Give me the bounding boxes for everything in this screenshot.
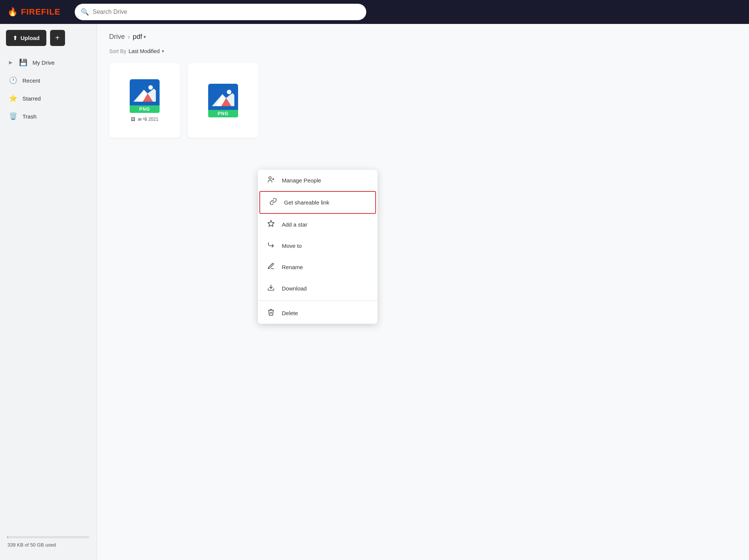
shareable-link-label: Get shareable link (284, 199, 329, 206)
delete-icon (267, 308, 275, 318)
starred-icon: ⭐ (9, 94, 17, 102)
svg-marker-13 (268, 221, 274, 227)
recent-label: Recent (22, 77, 40, 84)
svg-point-10 (269, 177, 271, 179)
file-grid: PNG 🖼 æ ªå 2021 (109, 63, 737, 138)
mountain-svg-2 (212, 87, 234, 106)
upload-button[interactable]: ⬆ Upload (6, 30, 46, 46)
context-menu-delete[interactable]: Delete (258, 302, 377, 324)
file-badge-1: PNG (130, 105, 160, 113)
sort-arrow-icon[interactable]: ▾ (162, 49, 164, 54)
storage-text: 339 KB of 50 GB used (7, 542, 56, 548)
breadcrumb-current-label: pdf (133, 33, 142, 41)
my-drive-label: My Drive (33, 59, 55, 66)
app-name: FIREFILE (21, 7, 61, 17)
sidebar-nav: ▶ 💾 My Drive 🕐 Recent ⭐ Starred 🗑️ Trash (0, 53, 97, 530)
sidebar-item-my-drive[interactable]: ▶ 💾 My Drive (0, 53, 91, 71)
file-card-1[interactable]: PNG 🖼 æ ªå 2021 (109, 63, 180, 138)
breadcrumb-root[interactable]: Drive (109, 33, 125, 41)
add-star-label: Add a star (282, 221, 307, 228)
starred-label: Starred (22, 95, 41, 102)
sidebar-item-starred[interactable]: ⭐ Starred (0, 89, 91, 107)
file-info-text-1: æ ªå 2021 (138, 117, 158, 122)
logo-flame-icon: 🔥 (7, 7, 18, 17)
storage-section: 339 KB of 50 GB used (0, 530, 97, 554)
manage-people-icon (267, 176, 275, 185)
shareable-link-icon (269, 198, 277, 207)
download-icon (267, 284, 275, 293)
sidebar-item-trash[interactable]: 🗑️ Trash (0, 107, 91, 125)
trash-icon: 🗑️ (9, 112, 17, 120)
sidebar: ⬆ Upload + ▶ 💾 My Drive 🕐 Recent ⭐ Starr… (0, 24, 97, 560)
sort-bar: Sort By Last Modified ▾ (109, 48, 737, 54)
breadcrumb-dropdown-icon[interactable]: ▾ (144, 34, 146, 40)
context-menu-move-to[interactable]: Move to (258, 235, 377, 256)
recent-icon: 🕐 (9, 76, 17, 84)
storage-bar-background (7, 536, 89, 538)
app-layout: ⬆ Upload + ▶ 💾 My Drive 🕐 Recent ⭐ Starr… (0, 24, 749, 560)
file-badge-2: PNG (208, 110, 238, 117)
search-bar[interactable]: 🔍 (75, 4, 366, 20)
sidebar-action-buttons: ⬆ Upload + (0, 30, 97, 53)
file-icon-2: PNG (208, 84, 238, 117)
new-folder-button[interactable]: + (50, 30, 65, 46)
context-menu-manage-people[interactable]: Manage People (258, 170, 377, 191)
app-logo[interactable]: 🔥 FIREFILE (7, 7, 67, 17)
rename-icon (267, 262, 275, 272)
rename-label: Rename (282, 264, 303, 270)
context-menu-download[interactable]: Download (258, 278, 377, 299)
sort-value[interactable]: Last Modified (129, 48, 160, 54)
download-label: Download (282, 285, 307, 292)
sidebar-item-recent[interactable]: 🕐 Recent (0, 71, 91, 89)
file-card-2[interactable]: PNG (188, 63, 259, 138)
move-to-label: Move to (282, 243, 302, 249)
add-star-icon (267, 220, 275, 229)
search-icon: 🔍 (81, 8, 89, 16)
context-menu-divider (258, 301, 377, 301)
file-info-icon-1: 🖼 (131, 117, 135, 122)
move-to-icon (267, 241, 275, 250)
breadcrumb-separator: › (128, 34, 130, 40)
file-info-1: 🖼 æ ªå 2021 (131, 117, 158, 122)
my-drive-arrow-icon: ▶ (9, 60, 12, 65)
delete-label: Delete (282, 310, 298, 316)
context-menu-shareable-link[interactable]: Get shareable link (259, 191, 376, 214)
svg-point-6 (227, 90, 231, 94)
breadcrumb-current[interactable]: pdf ▾ (133, 33, 146, 41)
sort-label: Sort By (109, 48, 126, 54)
file-icon-1: PNG (130, 79, 160, 113)
file-icon-top-1 (130, 79, 160, 105)
manage-people-label: Manage People (282, 177, 321, 184)
upload-icon: ⬆ (13, 35, 18, 41)
header: 🔥 FIREFILE 🔍 (0, 0, 749, 24)
my-drive-icon: 💾 (19, 58, 27, 67)
storage-bar-fill (7, 536, 8, 538)
context-menu-rename[interactable]: Rename (258, 256, 377, 278)
context-menu: Manage People Get shareable link Ad (258, 170, 377, 324)
file-icon-top-2 (208, 84, 238, 110)
context-menu-add-star[interactable]: Add a star (258, 214, 377, 235)
search-input[interactable] (93, 9, 360, 15)
trash-label: Trash (22, 113, 37, 120)
breadcrumb: Drive › pdf ▾ (109, 33, 737, 41)
mountain-svg-1 (133, 83, 156, 102)
main-content: Drive › pdf ▾ Sort By Last Modified ▾ (97, 24, 749, 560)
svg-point-1 (148, 85, 153, 90)
